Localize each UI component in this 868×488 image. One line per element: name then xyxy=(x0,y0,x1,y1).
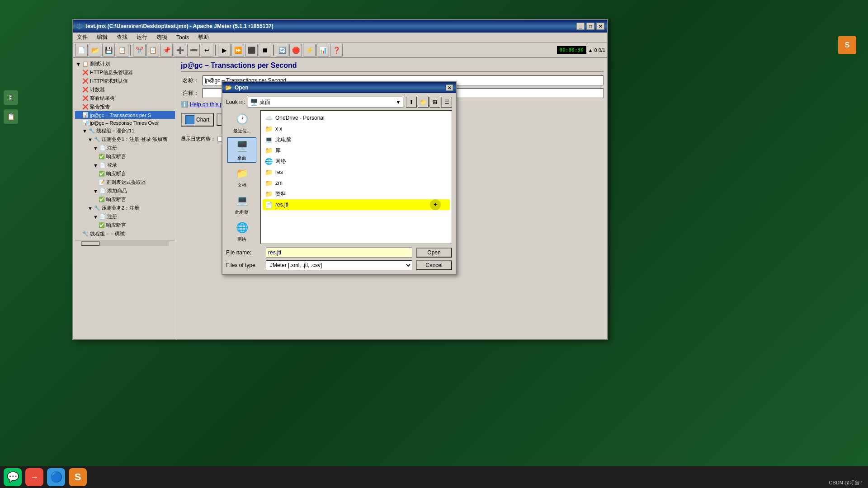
desktop-icon-s[interactable]: S xyxy=(834,36,861,56)
file-item-onedrive[interactable]: ☁️ OneDrive - Personal xyxy=(263,113,450,123)
tree-label-17: 压测业务2：注册 xyxy=(102,205,139,211)
tree-item-3[interactable]: ❌计数器 xyxy=(75,85,175,94)
toolbar-stop[interactable]: ⬛ xyxy=(245,44,258,56)
toolbar-collapse[interactable]: ➖ xyxy=(187,44,200,56)
file-item-zm[interactable]: 📁 zm xyxy=(263,178,450,188)
tree-label-2: HTTP请求默认值 xyxy=(90,78,128,84)
chart-icon xyxy=(185,115,194,124)
tree-item-11[interactable]: ✅响应断言 xyxy=(75,152,175,161)
tree-item-6[interactable]: 📊jp@gc – Transactions per S xyxy=(75,111,175,119)
scroll-thumb[interactable] xyxy=(81,241,99,246)
maximize-button[interactable]: □ xyxy=(586,23,594,30)
nav-computer[interactable]: 💻 此电脑 xyxy=(227,192,256,217)
menu-run[interactable]: 运行 xyxy=(135,33,149,42)
chart-button[interactable]: Chart xyxy=(181,113,214,127)
scroll-track xyxy=(81,241,169,246)
toolbar-play-no-pause[interactable]: ⏩ xyxy=(231,44,244,56)
toolbar-save[interactable]: 💾 xyxy=(102,44,115,56)
tree-label-3: 计数器 xyxy=(90,86,105,93)
thispc-label: 此电脑 xyxy=(275,136,292,144)
open-button[interactable]: Open xyxy=(416,248,452,258)
view-menu-button[interactable]: ⊞ xyxy=(429,97,440,108)
tree-item-4[interactable]: ❌察看结果树 xyxy=(75,94,175,103)
toolbar-paste[interactable]: 📌 xyxy=(160,44,173,56)
toolbar-remote-stop[interactable]: 🛑 xyxy=(289,44,302,56)
dialog-close-button[interactable]: ✕ xyxy=(446,84,453,91)
toolbar-help[interactable]: ❓ xyxy=(330,44,343,56)
nav-desktop[interactable]: 🖥️ 桌面 xyxy=(227,137,256,163)
toolbar-template[interactable]: 📊 xyxy=(316,44,329,56)
toolbar-new[interactable]: 📄 xyxy=(75,44,88,56)
tree-item-5[interactable]: ❌聚合报告 xyxy=(75,103,175,111)
tree-item-17[interactable]: ▼🔧压测业务2：注册 xyxy=(75,204,175,212)
toolbar-expand[interactable]: ➕ xyxy=(174,44,186,56)
toolbar-copy[interactable]: 📋 xyxy=(146,44,159,56)
filename-input[interactable] xyxy=(266,248,412,258)
file-item-network[interactable]: 🌐 网络 xyxy=(263,156,450,167)
taskbar-browser[interactable]: 🔵 xyxy=(47,468,65,486)
file-item-xx[interactable]: 📁 x x xyxy=(263,123,450,134)
tree-item-8[interactable]: ▼🔧线程组－混合211 xyxy=(75,127,175,135)
file-item-resjtl[interactable]: 📄 res.jtl ✦ xyxy=(263,199,450,210)
view-details-button[interactable]: ☰ xyxy=(441,97,452,108)
tree-label-18: 注册 xyxy=(107,213,117,220)
tree-scrollbar-h[interactable] xyxy=(75,240,175,246)
tree-panel[interactable]: ▼📋测试计划 ❌HTTP信息头管理器 ❌HTTP请求默认值 ❌计数器 ❌察看结果… xyxy=(73,58,177,339)
menu-options[interactable]: 选项 xyxy=(155,33,169,42)
toolbar-open[interactable]: 📂 xyxy=(89,44,101,56)
nav-network[interactable]: 🌐 网络 xyxy=(227,219,256,244)
menu-help[interactable]: 帮助 xyxy=(196,33,211,42)
dialog-body: Look in: 🖥️ 桌面 ▼ ⬆ 📁 ⊞ ☰ 🕐 xyxy=(222,93,456,274)
tree-item-7[interactable]: 📊jp@gc – Response Times Over xyxy=(75,119,175,127)
network-label: 网络 xyxy=(237,236,246,243)
left-icon-1[interactable]: 🎛 xyxy=(4,90,18,105)
taskbar-s[interactable]: S xyxy=(69,468,87,486)
toolbar-remote-shutdown[interactable]: ⚡ xyxy=(303,44,316,56)
taskbar-wechat[interactable]: 💬 xyxy=(4,468,22,486)
file-item-thispc[interactable]: 💻 此电脑 xyxy=(263,134,450,145)
tree-item-18[interactable]: ▼📄注册 xyxy=(75,212,175,221)
tree-item-10[interactable]: ▼📄注册 xyxy=(75,144,175,152)
nav-documents[interactable]: 📁 文档 xyxy=(227,164,256,190)
minimize-button[interactable]: _ xyxy=(576,23,585,30)
file-item-materials[interactable]: 📁 资料 xyxy=(263,188,450,199)
toolbar-saveas[interactable]: 📋 xyxy=(116,44,128,56)
tree-item-12[interactable]: ▼📄登录 xyxy=(75,161,175,169)
toolbar-remote-start[interactable]: 🔄 xyxy=(276,44,288,56)
nav-recent[interactable]: 🕐 最近位... xyxy=(227,110,256,136)
recent-label: 最近位... xyxy=(233,128,250,134)
tree-item-16[interactable]: ✅响应断言 xyxy=(75,195,175,204)
tree-item-13[interactable]: ✅响应断言 xyxy=(75,169,175,178)
tree-item-20[interactable]: 🔧线程组－－调试 xyxy=(75,230,175,238)
menu-edit[interactable]: 编辑 xyxy=(95,33,109,42)
tree-item-2[interactable]: ❌HTTP请求默认值 xyxy=(75,77,175,85)
file-list[interactable]: ☁️ OneDrive - Personal 📁 x x 💻 此电脑 📁 库 xyxy=(260,110,452,244)
tree-item-1[interactable]: ❌HTTP信息头管理器 xyxy=(75,68,175,77)
go-up-button[interactable]: ⬆ xyxy=(406,97,417,108)
menu-file[interactable]: 文件 xyxy=(75,33,90,42)
left-icon-2[interactable]: 📋 xyxy=(4,109,18,124)
library-icon: 📁 xyxy=(264,146,273,155)
close-button[interactable]: ✕ xyxy=(596,23,604,30)
create-folder-button[interactable]: 📁 xyxy=(418,97,429,108)
file-item-library[interactable]: 📁 库 xyxy=(263,145,450,156)
toolbar-undo[interactable]: ↩ xyxy=(201,44,213,56)
tree-item-19[interactable]: ✅响应断言 xyxy=(75,221,175,230)
taskbar-icons: 💬 → 🔵 S xyxy=(4,468,87,486)
filetype-select[interactable]: JMeter [.xml, .jtl, .csv] xyxy=(266,260,412,270)
look-in-value: 桌面 xyxy=(259,99,270,106)
tree-item-14[interactable]: 📝正则表达式提取器 xyxy=(75,178,175,187)
menu-tools[interactable]: Tools xyxy=(175,33,191,42)
toolbar-play[interactable]: ▶ xyxy=(218,44,231,56)
toolbar-shutdown[interactable]: ⏹ xyxy=(259,44,271,56)
file-item-res[interactable]: 📁 res xyxy=(263,167,450,178)
tree-item-15[interactable]: ▼📄添加商品 xyxy=(75,187,175,195)
toolbar-cut[interactable]: ✂️ xyxy=(133,44,146,56)
tree-item-9[interactable]: ▼🔧压测业务1：注册-登录-添加商 xyxy=(75,135,175,144)
look-in-select[interactable]: 🖥️ 桌面 ▼ xyxy=(248,97,403,108)
res-folder-icon: 📁 xyxy=(264,168,273,176)
cancel-button[interactable]: Cancel xyxy=(416,260,452,270)
menu-find[interactable]: 查找 xyxy=(115,33,129,42)
taskbar-arrow[interactable]: → xyxy=(25,468,43,486)
tree-item-0[interactable]: ▼📋测试计划 xyxy=(75,60,175,68)
